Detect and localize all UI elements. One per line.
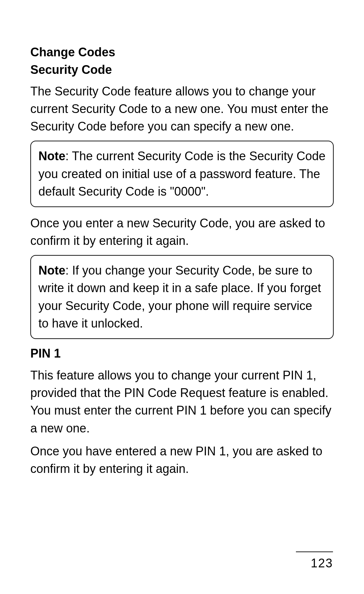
heading-change-codes: Change Codes [30,44,334,61]
note-label: Note [38,149,65,163]
note-box-1: Note: The current Security Code is the S… [30,141,334,207]
paragraph-pin1-confirm: Once you have entered a new PIN 1, you a… [30,443,334,478]
note-label: Note [38,263,65,277]
page-number: 123 [296,556,333,570]
note-2-text: : If you change your Security Code, be s… [38,263,321,330]
page-number-block: 123 [296,551,333,570]
note-box-2: Note: If you change your Security Code, … [30,255,334,339]
paragraph-pin1-intro: This feature allows you to change your c… [30,367,334,437]
paragraph-security-confirm: Once you enter a new Security Code, you … [30,215,334,250]
heading-pin1: PIN 1 [30,346,334,361]
paragraph-security-intro: The Security Code feature allows you to … [30,83,334,136]
heading-security-code: Security Code [30,61,334,78]
note-1-text: : The current Security Code is the Secur… [38,149,326,198]
document-page: Change Codes Security Code The Security … [0,0,364,478]
page-number-rule [296,551,333,552]
